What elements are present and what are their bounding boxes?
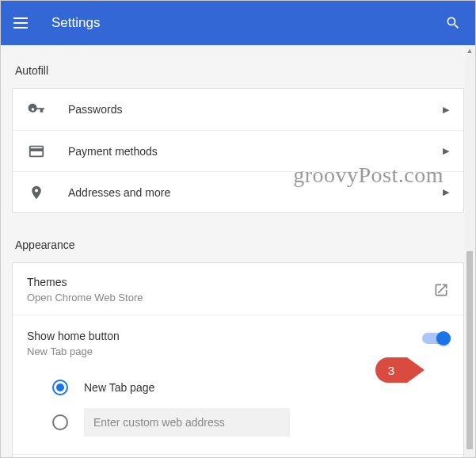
autofill-payment-row[interactable]: Payment methods ▶ — [13, 130, 463, 171]
chevron-right-icon: ▶ — [443, 146, 449, 156]
scrollbar[interactable]: ▲ — [465, 45, 474, 458]
radio-icon-checked — [52, 380, 68, 395]
radio-icon-unchecked — [52, 414, 68, 430]
show-home-button-subtitle: New Tab page — [27, 345, 422, 357]
appbar: Settings — [1, 1, 475, 45]
scroll-up-arrow-icon[interactable]: ▲ — [465, 45, 474, 56]
show-home-button-toggle[interactable] — [422, 333, 449, 344]
radio-new-tab-page[interactable]: New Tab page — [52, 370, 449, 405]
custom-url-input[interactable] — [84, 408, 290, 437]
autofill-addresses-row[interactable]: Addresses and more ▶ — [13, 171, 463, 212]
autofill-passwords-row[interactable]: Passwords ▶ — [13, 89, 463, 130]
credit-card-icon — [27, 142, 46, 161]
autofill-payment-label: Payment methods — [68, 145, 443, 158]
chevron-right-icon: ▶ — [443, 187, 449, 197]
appearance-card: Themes Open Chrome Web Store Show home b… — [12, 262, 464, 458]
radio-new-tab-label: New Tab page — [84, 381, 154, 394]
autofill-card: Passwords ▶ Payment methods ▶ Addresses … — [12, 88, 464, 213]
menu-icon[interactable] — [13, 13, 32, 32]
themes-title: Themes — [27, 276, 433, 288]
autofill-passwords-label: Passwords — [68, 103, 443, 116]
scrollbar-thumb[interactable] — [466, 251, 473, 449]
themes-subtitle: Open Chrome Web Store — [27, 292, 433, 303]
location-pin-icon — [27, 183, 46, 202]
home-button-radio-group: New Tab page — [13, 367, 463, 454]
section-title-autofill: Autofill — [15, 64, 461, 77]
autofill-addresses-label: Addresses and more — [68, 186, 443, 199]
themes-row[interactable]: Themes Open Chrome Web Store — [13, 263, 463, 315]
show-bookmarks-bar-row[interactable]: Show bookmarks bar — [13, 454, 463, 458]
open-external-icon — [433, 282, 449, 298]
show-home-button-row: Show home button New Tab page — [13, 315, 463, 367]
key-icon — [27, 100, 46, 119]
radio-custom-url[interactable] — [52, 405, 449, 440]
section-title-appearance: Appearance — [15, 239, 461, 251]
appbar-title: Settings — [51, 15, 100, 31]
show-home-button-title: Show home button — [27, 330, 422, 342]
chevron-right-icon: ▶ — [443, 105, 449, 115]
search-icon[interactable] — [444, 13, 463, 32]
